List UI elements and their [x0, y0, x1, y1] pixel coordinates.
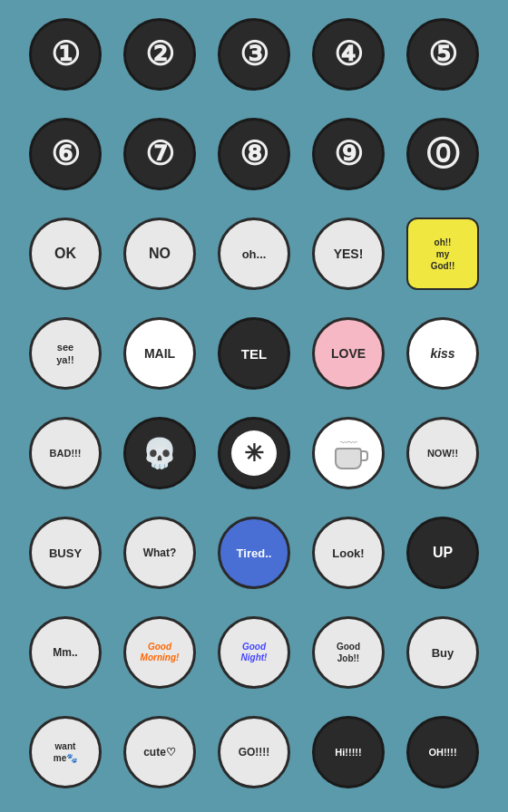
sticker-good-job[interactable]: GoodJob!! — [303, 607, 394, 698]
num-label: ② — [145, 35, 174, 73]
sticker-label: Tired.. — [237, 546, 272, 560]
sticker-9[interactable]: ⑨ — [303, 109, 394, 199]
sticker-label: YES! — [334, 246, 364, 261]
sticker-label: Look! — [332, 546, 364, 560]
sticker-8[interactable]: ⑧ — [209, 109, 299, 199]
num-label: ③ — [239, 35, 269, 73]
sticker-ohgod[interactable]: oh!!myGod!! — [397, 208, 488, 299]
sticker-hi[interactable]: Hi!!!!! — [303, 707, 394, 798]
sticker-label: OK — [54, 246, 76, 262]
sticker-label: 💀 — [142, 436, 178, 470]
sticker-love[interactable]: LOVE — [303, 308, 394, 399]
sticker-buy[interactable]: Buy — [397, 607, 488, 698]
sticker-oh2[interactable]: OH!!!! — [397, 707, 488, 798]
sticker-label: seeya!! — [56, 341, 74, 367]
sticker-ok[interactable]: OK — [20, 208, 111, 299]
sticker-3[interactable]: ③ — [209, 9, 299, 100]
sticker-tel[interactable]: TEL — [209, 308, 299, 399]
sticker-1[interactable]: ① — [20, 9, 111, 100]
sticker-label: UP — [433, 545, 453, 561]
sticker-2[interactable]: ② — [114, 9, 205, 100]
num-label: ⑥ — [51, 135, 80, 173]
sticker-skull[interactable]: 💀 — [114, 408, 205, 498]
sticker-asterisk[interactable]: ✳ — [209, 408, 299, 498]
sticker-6[interactable]: ⑥ — [20, 109, 111, 199]
sticker-7[interactable]: ⑦ — [114, 109, 205, 199]
sticker-label: MAIL — [144, 346, 175, 361]
sticker-0[interactable]: ⓪ — [397, 109, 488, 199]
num-label: ⑨ — [334, 135, 363, 173]
sticker-kiss[interactable]: kiss — [397, 308, 488, 399]
sticker-seeya[interactable]: seeya!! — [20, 308, 111, 399]
sticker-hot[interactable]: 〰〰 — [303, 408, 394, 498]
sticker-wantme[interactable]: wantme🐾 — [20, 707, 111, 798]
sticker-label: TEL — [241, 346, 267, 362]
sticker-label: BAD!!! — [50, 448, 82, 459]
sticker-label: NO — [149, 246, 171, 262]
num-label: ④ — [334, 35, 363, 73]
sticker-cute[interactable]: cute♡ — [114, 707, 205, 798]
sticker-bad[interactable]: BAD!!! — [20, 408, 111, 498]
sticker-label: OH!!!! — [428, 747, 456, 758]
sticker-good-night[interactable]: GoodNight! — [209, 607, 299, 698]
sticker-label: wantme🐾 — [54, 740, 77, 764]
num-label: ① — [51, 35, 80, 73]
sticker-label: Buy — [432, 646, 454, 660]
sticker-mm[interactable]: Mm.. — [20, 607, 111, 698]
sticker-label: GO!!!! — [239, 746, 270, 759]
sticker-label: oh... — [242, 247, 267, 261]
num-label: ⑤ — [428, 35, 457, 73]
sticker-label: NOW!! — [427, 448, 458, 459]
sticker-label: Hi!!!!! — [335, 747, 361, 758]
sticker-label: GoodMorning! — [141, 642, 180, 663]
sticker-oh[interactable]: oh... — [209, 208, 299, 299]
sticker-label: oh!!myGod!! — [431, 237, 455, 272]
sticker-what[interactable]: What? — [114, 508, 205, 598]
sticker-label: cute♡ — [143, 746, 176, 759]
sticker-no[interactable]: NO — [114, 208, 205, 299]
sticker-grid: ① ② ③ ④ ⑤ ⑥ ⑦ ⑧ ⑨ — [13, 2, 495, 810]
sticker-up[interactable]: UP — [397, 508, 488, 598]
sticker-label: GoodNight! — [241, 642, 268, 663]
sticker-label: GoodJob!! — [337, 641, 360, 664]
num-label: ⓪ — [426, 132, 459, 177]
sticker-look[interactable]: Look! — [303, 508, 394, 598]
num-label: ⑧ — [239, 135, 269, 173]
sticker-label: Mm.. — [53, 646, 77, 659]
sticker-label: What? — [143, 546, 177, 559]
sticker-4[interactable]: ④ — [303, 9, 394, 100]
sticker-good-morning[interactable]: GoodMorning! — [114, 607, 205, 698]
sticker-now[interactable]: NOW!! — [397, 408, 488, 498]
sticker-5[interactable]: ⑤ — [397, 9, 488, 100]
cup-icon: 〰〰 — [335, 438, 362, 469]
sticker-label: ✳ — [244, 440, 264, 468]
sticker-label: BUSY — [49, 546, 82, 560]
sticker-go[interactable]: GO!!!! — [209, 707, 299, 798]
sticker-mail[interactable]: MAIL — [114, 308, 205, 399]
sticker-yes[interactable]: YES! — [303, 208, 394, 299]
sticker-tired[interactable]: Tired.. — [209, 508, 299, 598]
sticker-label: LOVE — [331, 346, 366, 361]
sticker-label: kiss — [430, 346, 454, 361]
sticker-busy[interactable]: BUSY — [20, 508, 111, 598]
num-label: ⑦ — [145, 135, 174, 173]
